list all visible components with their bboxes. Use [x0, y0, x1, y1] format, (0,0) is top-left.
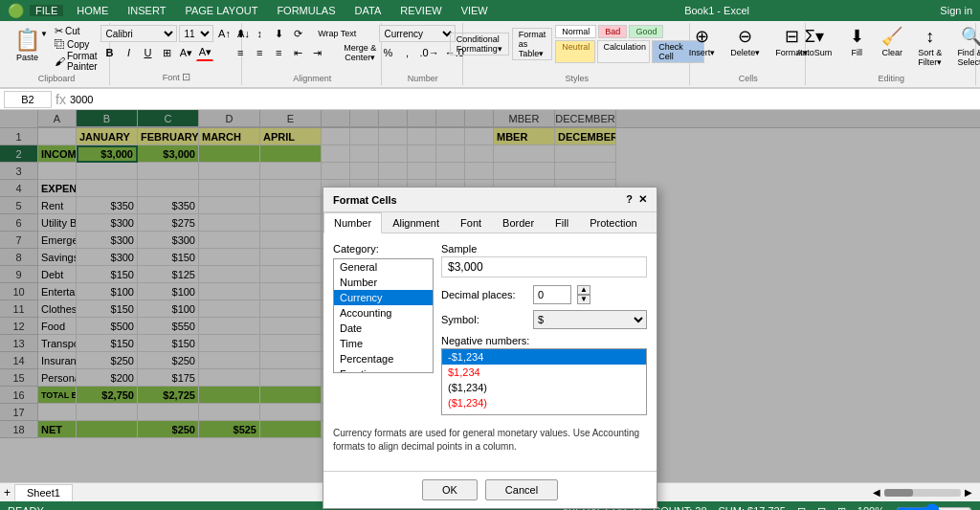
spin-up[interactable]: ▲: [577, 285, 590, 295]
cell-reference-box[interactable]: B2: [4, 91, 52, 108]
negative-list[interactable]: -$1,234 $1,234 ($1,234) ($1,234): [441, 348, 647, 415]
insert-menu[interactable]: INSERT: [122, 5, 171, 16]
calculation-style[interactable]: Calculation: [597, 40, 651, 63]
fill-color-button[interactable]: A▾: [177, 44, 194, 61]
font-size-select[interactable]: 11: [179, 25, 213, 42]
view-pagebreak-icon[interactable]: ⊞: [837, 505, 846, 511]
formulas-menu[interactable]: FORMULAS: [271, 5, 341, 16]
increase-indent-button[interactable]: ⇥: [308, 44, 325, 61]
zoom-slider[interactable]: [896, 503, 972, 510]
normal-style[interactable]: Normal: [555, 25, 596, 38]
sum-status: SUM: $17,725: [719, 505, 786, 510]
font-color-button[interactable]: A▾: [196, 44, 213, 61]
scroll-thumb[interactable]: [884, 489, 913, 497]
font-expand-icon[interactable]: ⊡: [182, 71, 190, 82]
decimal-input[interactable]: [533, 285, 571, 304]
clipboard-label: Clipboard: [38, 72, 76, 83]
find-select-button[interactable]: 🔍 Find &Select▾: [951, 25, 980, 69]
comma-button[interactable]: ,: [398, 44, 415, 61]
underline-button[interactable]: U: [139, 44, 156, 61]
italic-button[interactable]: I: [120, 44, 137, 61]
tab-font[interactable]: Font: [450, 212, 492, 233]
spin-down[interactable]: ▼: [577, 295, 590, 304]
wrap-text-button[interactable]: Wrap Text: [308, 25, 366, 42]
tab-alignment[interactable]: Alignment: [382, 212, 450, 233]
decimal-spinner[interactable]: ▲ ▼: [577, 285, 590, 304]
align-middle-button[interactable]: ↕: [251, 25, 268, 42]
decrease-indent-button[interactable]: ⇤: [289, 44, 306, 61]
fill-icon: ⬇: [850, 27, 864, 48]
cat-time[interactable]: Time: [334, 336, 433, 351]
sample-label: Sample: [441, 243, 647, 255]
font-name-select[interactable]: Calibri: [100, 25, 177, 42]
neutral-style[interactable]: Neutral: [555, 40, 594, 63]
sheet-tab-sheet1[interactable]: Sheet1: [14, 484, 73, 501]
category-list[interactable]: General Number Currency Accounting Date …: [333, 258, 434, 373]
file-menu[interactable]: FILE: [30, 5, 63, 16]
dialog-close-icon[interactable]: ✕: [638, 193, 647, 206]
tab-number[interactable]: Number: [323, 212, 382, 233]
percent-button[interactable]: %: [379, 44, 396, 61]
scroll-left-icon[interactable]: ◀: [873, 487, 880, 498]
symbol-select[interactable]: $: [533, 310, 647, 329]
cat-number[interactable]: Number: [334, 275, 433, 290]
border-button[interactable]: ⊞: [158, 44, 175, 61]
cat-currency[interactable]: Currency: [334, 290, 433, 305]
view-menu[interactable]: VIEW: [456, 5, 494, 16]
view-normal-icon[interactable]: ⊟: [797, 505, 806, 511]
align-top-button[interactable]: ⬆: [232, 25, 249, 42]
bad-style[interactable]: Bad: [598, 25, 627, 38]
insert-button[interactable]: ⊕ Insert▾: [683, 25, 722, 59]
alignment-group-content: ⬆ ↕ ⬇ ⟳ Wrap Text ≡ ≡ ≡ ⇤ ⇥ Merge & Cent…: [232, 25, 392, 72]
center-align-button[interactable]: ≡: [251, 44, 268, 61]
neg-item-1[interactable]: $1,234: [442, 365, 646, 380]
format-as-table-button[interactable]: Format asTable▾: [512, 28, 553, 60]
tab-protection[interactable]: Protection: [579, 212, 648, 233]
cat-percentage[interactable]: Percentage: [334, 351, 433, 366]
scroll-track[interactable]: [884, 489, 961, 497]
conditional-format-button[interactable]: ConditionalFormatting▾: [450, 33, 509, 55]
dialog-help-icon[interactable]: ?: [626, 193, 633, 206]
review-menu[interactable]: REVIEW: [394, 5, 447, 16]
tab-border[interactable]: Border: [492, 212, 545, 233]
cat-date[interactable]: Date: [334, 321, 433, 336]
clear-button[interactable]: 🧹 Clear: [876, 25, 908, 69]
home-menu[interactable]: HOME: [71, 5, 114, 16]
increase-decimal-button[interactable]: .0→: [417, 44, 440, 61]
angle-text-button[interactable]: ⟳: [289, 25, 306, 42]
scroll-right-icon[interactable]: ▶: [965, 487, 972, 498]
cat-accounting[interactable]: Accounting: [334, 305, 433, 321]
pagelayout-menu[interactable]: PAGE LAYOUT: [179, 5, 263, 16]
formula-input[interactable]: [70, 91, 976, 108]
neg-item-0[interactable]: -$1,234: [442, 349, 646, 365]
sign-in[interactable]: Sign in: [940, 5, 972, 16]
cat-fraction[interactable]: Fraction: [334, 366, 433, 373]
horizontal-scrollbar[interactable]: ◀ ▶: [873, 487, 980, 498]
align-bottom-button[interactable]: ⬇: [270, 25, 287, 42]
sort-filter-button[interactable]: ↕ Sort &Filter▾: [912, 25, 947, 69]
cat-general[interactable]: General: [334, 259, 433, 275]
increase-font-button[interactable]: A↑: [215, 25, 233, 42]
number-format-select[interactable]: Currency: [379, 25, 456, 42]
clipboard-group-content: 📋 Paste ▼ ✂ Cut ⿻ Copy: [10, 25, 103, 72]
copy-row[interactable]: ⿻ Copy: [55, 38, 103, 50]
ok-button[interactable]: OK: [422, 479, 478, 500]
left-align-button[interactable]: ≡: [232, 44, 249, 61]
paste-dropdown-icon[interactable]: ▼: [40, 30, 48, 38]
paste-button[interactable]: 📋 Paste ▼: [10, 25, 53, 65]
decimal-label: Decimal places:: [441, 289, 527, 300]
add-sheet-button[interactable]: +: [0, 486, 14, 499]
neg-item-3[interactable]: ($1,234): [442, 395, 646, 410]
good-style[interactable]: Good: [629, 25, 663, 38]
fill-button[interactable]: ⬇ Fill: [841, 25, 872, 69]
right-align-button[interactable]: ≡: [270, 44, 287, 61]
autosum-button[interactable]: Σ▾ AutoSum: [791, 25, 837, 69]
neg-item-2[interactable]: ($1,234): [442, 380, 646, 395]
cancel-button[interactable]: Cancel: [485, 479, 558, 500]
dialog-footer-text: Currency formats are used for general mo…: [333, 427, 647, 454]
data-menu[interactable]: DATA: [349, 5, 388, 16]
view-page-icon[interactable]: ⊡: [817, 505, 826, 511]
delete-button[interactable]: ⊖ Delete▾: [724, 25, 766, 59]
tab-fill[interactable]: Fill: [545, 212, 579, 233]
bold-button[interactable]: B: [100, 44, 118, 61]
